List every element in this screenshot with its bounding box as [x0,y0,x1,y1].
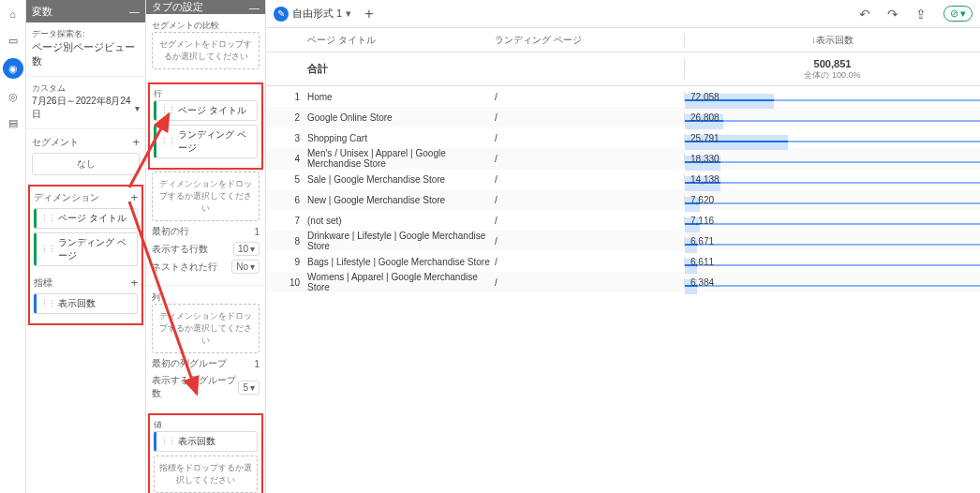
row-title: Drinkware | Lifestyle | Google Merchandi… [307,231,495,251]
table-row[interactable]: 9Bags | Lifestyle | Google Merchandise S… [266,251,980,272]
bar-chart-icon[interactable]: ▭ [5,32,22,49]
table-icon[interactable]: ▤ [5,114,22,131]
total-value: 500,851 [814,58,852,70]
grip-icon: ⋮⋮ [40,214,55,223]
table-total-row: 合計 500,851 全体の 100.0% [266,52,980,86]
report-area: ✎ 自由形式 1 ▾ + ↶ ↷ ⇪ ⊘▾ ページ タイトル ランディング ペー… [266,0,980,493]
chevron-down-icon: ▾ [960,7,966,20]
row-metric: 6,611 [684,257,980,267]
col-page-title[interactable]: ページ タイトル [307,34,495,47]
show-cols-label: 表示する列グループ数 [152,374,238,400]
metric-label: 指標 [34,276,52,290]
chevron-down-icon[interactable]: ▾ [135,103,140,113]
col-views[interactable]: ↓表示回数 [684,34,980,47]
show-rows-select[interactable]: 10▾ [233,242,260,256]
minimize-icon[interactable]: — [129,6,140,17]
table-row[interactable]: 3Shopping Cart/25,791 [266,127,980,148]
chevron-down-icon[interactable]: ▾ [346,7,351,20]
row-chip-landing-page[interactable]: ⋮⋮ランディング ページ [154,125,258,158]
home-icon[interactable]: ⌂ [5,6,22,22]
variables-panel: 変数 — データ探索名: ページ別ページビュー数 カスタム 7月26日～2022… [26,0,146,493]
row-metric: 72,058 [684,92,980,102]
row-title: New | Google Merchandise Store [307,195,495,205]
table-row[interactable]: 5Sale | Google Merchandise Store/14,138 [266,169,980,189]
status-pill[interactable]: ⊘▾ [943,6,973,22]
table-row[interactable]: 8Drinkware | Lifestyle | Google Merchand… [266,231,980,251]
dataset-name: ページ別ページビュー数 [32,40,140,68]
variables-title: 変数 [32,5,52,19]
cols-label: 列 [152,291,260,304]
values-dropzone[interactable]: 指標をドロップするか選択してください [154,456,258,493]
rows-label: 行 [154,88,258,100]
row-title: Home [307,92,495,102]
chevron-down-icon: ▾ [250,382,255,393]
tab-freeform-1[interactable]: ✎ 自由形式 1 ▾ [274,7,351,22]
grip-icon: ⋮⋮ [160,106,175,115]
target-icon[interactable]: ◎ [5,88,22,105]
table-row[interactable]: 1Home/72,058 [266,86,980,107]
row-title: (not set) [307,216,495,226]
explore-icon[interactable]: ◉ [3,58,23,79]
dimension-chip-page-title[interactable]: ⋮⋮ページ タイトル [34,208,138,229]
grip-icon: ⋮⋮ [160,437,175,446]
share-icon[interactable]: ⇪ [915,7,927,22]
value-chip-views[interactable]: ⋮⋮表示回数 [154,431,258,452]
add-metric-icon[interactable]: + [130,276,138,290]
add-segment-icon[interactable]: + [132,135,140,149]
rows-dropzone[interactable]: ディメンションをドロップするか選択してください [152,172,260,221]
row-metric: 18,330 [684,154,980,164]
row-title: Bags | Lifestyle | Google Merchandise St… [307,257,495,267]
row-metric: 6,384 [684,277,980,288]
add-tab-button[interactable]: + [364,6,373,22]
variables-header: 変数 — [26,0,145,22]
nav-rail: ⌂ ▭ ◉ ◎ ▤ [0,0,26,493]
row-index: 1 [266,92,307,102]
start-col-value[interactable]: 1 [254,359,260,369]
row-index: 3 [266,133,307,143]
nested-rows-label: ネストされた行 [152,261,217,274]
row-landing: / [495,257,684,267]
row-landing: / [495,92,684,102]
metric-chip-views[interactable]: ⋮⋮表示回数 [34,293,138,314]
row-landing: / [495,112,684,123]
row-title: Google Online Store [307,112,495,123]
nested-rows-select[interactable]: No▾ [231,260,260,274]
grip-icon: ⋮⋮ [40,245,55,254]
row-chip-page-title[interactable]: ⋮⋮ページ タイトル [154,100,258,121]
start-row-value[interactable]: 1 [254,227,260,237]
row-index: 10 [266,277,307,288]
table-row[interactable]: 4Men's / Unisex | Apparel | Google Merch… [266,148,980,169]
start-row-label: 最初の行 [152,225,189,238]
row-metric: 7,620 [684,195,980,205]
chevron-down-icon: ▾ [250,244,255,254]
row-index: 7 [266,216,307,226]
table-header: ページ タイトル ランディング ページ ↓表示回数 [266,28,980,52]
row-index: 5 [266,174,307,185]
dimension-chip-landing-page[interactable]: ⋮⋮ランディング ページ [34,232,138,266]
redo-icon[interactable]: ↷ [887,7,898,22]
add-dimension-icon[interactable]: + [130,190,138,204]
table-body: 1Home/72,0582Google Online Store/26,8083… [266,86,980,292]
undo-icon[interactable]: ↶ [859,7,870,22]
segment-dropzone[interactable]: セグメントをドロップするか選択してください [152,32,260,69]
minimize-icon[interactable]: — [249,2,260,13]
grip-icon: ⋮⋮ [40,299,55,308]
report-tabbar: ✎ 自由形式 1 ▾ + ↶ ↷ ⇪ ⊘▾ [266,0,980,28]
cols-dropzone[interactable]: ディメンションをドロップするか選択してください [152,304,260,353]
table-row[interactable]: 7(not set)/7,116 [266,210,980,231]
custom-label: カスタム [32,82,140,95]
table-row[interactable]: 10Womens | Apparel | Google Merchandise … [266,272,980,292]
total-label: 合計 [307,62,495,76]
tab-settings-title: タブの設定 [152,0,203,14]
row-landing: / [495,216,684,226]
table-row[interactable]: 2Google Online Store/26,808 [266,107,980,127]
row-title: Men's / Unisex | Apparel | Google Mercha… [307,148,495,169]
show-cols-select[interactable]: 5▾ [238,381,260,395]
table-row[interactable]: 6New | Google Merchandise Store/7,620 [266,189,980,210]
segment-none-button[interactable]: なし [32,153,140,175]
dataset-label: データ探索名: [32,28,140,40]
row-title: Womens | Apparel | Google Merchandise St… [307,272,495,292]
date-range[interactable]: 7月26日～2022年8月24日 [32,95,135,121]
col-landing[interactable]: ランディング ページ [495,34,684,47]
dimension-label: ディメンション [34,191,99,204]
